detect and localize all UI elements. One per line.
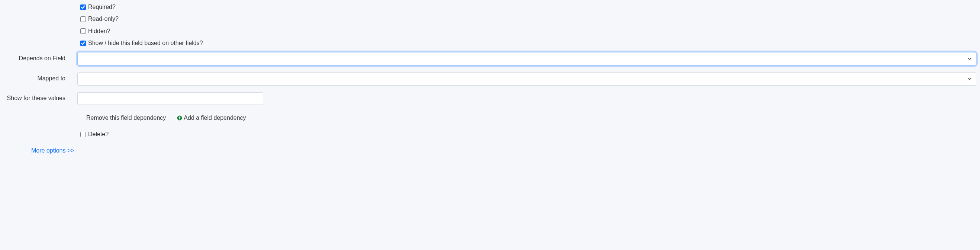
hidden-label-wrap[interactable]: Hidden? [80, 27, 110, 35]
depends-on-row: Depends on Field [4, 52, 976, 65]
delete-row: Delete? [4, 130, 976, 139]
delete-label-wrap[interactable]: Delete? [80, 130, 108, 139]
mapped-to-select[interactable] [77, 72, 976, 86]
readonly-checkbox[interactable] [80, 16, 86, 22]
readonly-label-wrap[interactable]: Read-only? [80, 15, 119, 23]
show-for-values-label: Show for these values [4, 94, 77, 102]
depends-on-label: Depends on Field [4, 54, 77, 62]
remove-dependency-text: Remove this field dependency [86, 114, 166, 122]
more-options-link[interactable]: More options >> [31, 147, 74, 154]
mapped-to-row: Mapped to [4, 72, 976, 86]
required-checkbox[interactable] [80, 5, 86, 10]
add-dependency-text: Add a field dependency [184, 114, 246, 122]
showhide-checkbox[interactable] [80, 41, 86, 46]
depends-on-select-wrap [77, 52, 976, 65]
hidden-label: Hidden? [88, 27, 110, 35]
add-dependency-link[interactable]: Add a field dependency [177, 114, 246, 122]
required-label: Required? [88, 3, 116, 11]
showhide-row: Show / hide this field based on other fi… [4, 39, 976, 47]
required-label-wrap[interactable]: Required? [80, 3, 116, 11]
delete-label: Delete? [88, 130, 108, 139]
showhide-label-wrap[interactable]: Show / hide this field based on other fi… [80, 39, 203, 47]
field-settings-panel: Required? Read-only? Hidden? Show / hide… [0, 0, 980, 166]
remove-dependency-link[interactable]: Remove this field dependency [86, 114, 166, 122]
readonly-row: Read-only? [4, 15, 976, 23]
show-for-values-input[interactable] [77, 92, 263, 105]
required-row: Required? [4, 3, 976, 11]
showhide-label: Show / hide this field based on other fi… [88, 39, 203, 47]
readonly-label: Read-only? [88, 15, 119, 23]
more-options-row: More options >> [4, 146, 976, 155]
hidden-row: Hidden? [4, 27, 976, 35]
hidden-checkbox[interactable] [80, 28, 86, 34]
mapped-to-label: Mapped to [4, 75, 77, 83]
mapped-to-select-wrap [77, 72, 976, 86]
show-for-values-row: Show for these values [4, 92, 976, 105]
dependency-actions: Remove this field dependency Add a field… [4, 114, 976, 122]
depends-on-select[interactable] [77, 52, 976, 65]
plus-circle-icon [177, 115, 182, 121]
delete-checkbox[interactable] [80, 132, 86, 137]
